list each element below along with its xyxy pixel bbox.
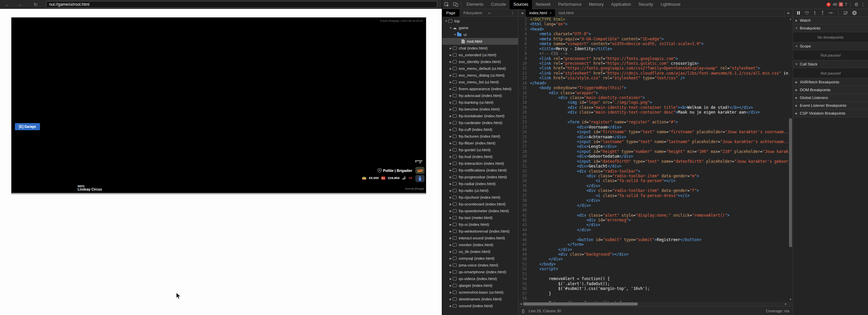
tab-elements[interactable]: Elements <box>463 0 487 9</box>
code-line[interactable]: 34 <i class="fa-solid fa-person"></i> <box>518 178 788 183</box>
chevron-right-icon[interactable]: ▶ <box>449 101 453 104</box>
scroll-left-icon[interactable]: ◄ <box>519 302 523 306</box>
line-number[interactable]: 26 <box>518 139 530 144</box>
tree-row[interactable]: ▶frp-facturen (index.html) <box>442 133 518 140</box>
editor-tab-index.html[interactable]: index.html× <box>526 9 555 17</box>
code-line[interactable]: 19 <div class="main-identity-text-contai… <box>518 105 788 110</box>
section-header-scope[interactable]: ▼Scope <box>793 42 868 50</box>
tree-row[interactable]: root.html <box>442 38 518 45</box>
line-number[interactable]: 19 <box>518 105 530 110</box>
code-line[interactable]: 24 <input id="firstname" type="text" nam… <box>518 130 788 134</box>
section-header-watch[interactable]: ▶Watch <box>793 17 868 24</box>
pause-icon[interactable] <box>796 11 801 15</box>
tree-row[interactable]: ▶chat (index.html) <box>442 45 518 52</box>
line-number[interactable]: 44 <box>518 228 530 232</box>
line-number[interactable]: 32 <box>518 169 530 174</box>
scroll-up-icon[interactable]: ▲ <box>788 17 793 20</box>
code-line[interactable]: 16 <div class="wrapper"> <box>518 91 788 95</box>
line-number[interactable]: 36 <box>518 188 530 193</box>
code-line[interactable]: 33 <div class="radio-toolbar-item" data-… <box>518 174 788 178</box>
hide-navigator-icon[interactable]: ◂ <box>518 11 526 15</box>
chevron-right-icon[interactable]: ▶ <box>449 284 453 287</box>
tree-row[interactable]: ▼☁game <box>442 24 518 31</box>
line-number[interactable]: 39 <box>518 203 530 208</box>
code-line[interactable]: 27 <div>Lengte</div> <box>518 144 788 149</box>
vertical-scrollbar[interactable]: ▲ ▼ <box>788 17 793 302</box>
line-number[interactable]: 14 <box>518 81 530 85</box>
code-line[interactable]: 1<!DOCTYPE html> <box>518 17 788 22</box>
error-count-icon[interactable]: × <box>826 2 831 7</box>
tree-row[interactable]: ▶frp-advocaat (index.html) <box>442 92 518 99</box>
code-line[interactable]: 47 </form> <box>518 242 788 247</box>
tree-row[interactable]: ▶esx_menu_list (ui.html) <box>442 79 518 85</box>
tree-row[interactable]: ▶frp-gordel (ui.html) <box>442 146 518 153</box>
chevron-right-icon[interactable]: ▶ <box>449 243 453 247</box>
tab-console[interactable]: Console <box>487 0 510 9</box>
section-header-dom-breakpoints[interactable]: ▶DOM Breakpoints <box>793 86 868 94</box>
code-line[interactable]: 2<html lang="en"> <box>518 22 788 26</box>
reload-button[interactable]: ↻ <box>33 1 39 7</box>
line-number[interactable]: 40 <box>518 208 530 213</box>
code-line[interactable]: 8 <!-- CSS --> <box>518 51 788 56</box>
code-line[interactable]: 21 <box>518 115 788 120</box>
code-line[interactable]: 3<head> <box>518 27 788 32</box>
code-line[interactable]: 42 <div id="errormsg"> <box>518 218 788 222</box>
line-number[interactable]: 48 <box>518 247 530 252</box>
tab-lighthouse[interactable]: Lighthouse <box>657 0 684 9</box>
code-line[interactable]: 53 <box>518 272 788 276</box>
more-navigator-tabs-icon[interactable]: » <box>486 11 492 15</box>
back-button[interactable]: ← <box>4 1 10 7</box>
code-line[interactable]: 11 <link href="https://fonts.googleapis.… <box>518 66 788 71</box>
line-number[interactable]: 21 <box>518 115 530 120</box>
chevron-right-icon[interactable]: ▶ <box>449 135 453 138</box>
line-number[interactable]: 50 <box>518 257 530 261</box>
code-line[interactable]: 54 removeAlert = function() { <box>518 276 788 281</box>
code-line[interactable]: 32 <div class="radio-toolbar"> <box>518 169 788 174</box>
chevron-right-icon[interactable]: ▶ <box>449 277 453 280</box>
chevron-down-icon[interactable]: ▼ <box>449 26 453 29</box>
code-line[interactable]: 40 <box>518 208 788 213</box>
line-number[interactable]: 37 <box>518 193 530 198</box>
tab-network[interactable]: Network <box>532 0 554 9</box>
line-number[interactable]: 51 <box>518 262 530 267</box>
chevron-right-icon[interactable]: ▶ <box>449 149 453 152</box>
code-line[interactable]: 38 </div> <box>518 198 788 203</box>
chevron-right-icon[interactable]: ▶ <box>449 196 453 199</box>
section-header-event-listener-breakpoints[interactable]: ▶Event Listener Breakpoints <box>793 102 868 110</box>
line-number[interactable]: 34 <box>518 178 530 183</box>
tree-row[interactable]: ▶frp-cardealer (index.html) <box>442 119 518 126</box>
tree-row[interactable]: ▶frp-rijschool (index.html) <box>442 194 518 201</box>
line-number[interactable]: 17 <box>518 95 530 100</box>
tree-row[interactable]: ▶oxmysql (index.html) <box>442 255 518 262</box>
chevron-right-icon[interactable]: ▶ <box>449 257 453 260</box>
code-line[interactable]: 12 <link rel="stylesheet" href="https://… <box>518 71 788 76</box>
line-number[interactable]: 12 <box>518 71 530 76</box>
section-header-global-listeners[interactable]: ▶Global Listeners <box>793 94 868 102</box>
line-number[interactable]: 49 <box>518 252 530 257</box>
tree-row[interactable]: ▶frp-speedometer (index.html) <box>442 208 518 214</box>
chevron-right-icon[interactable]: ▶ <box>449 230 453 233</box>
tree-row[interactable]: ▶frp-radio (ui.html) <box>442 187 518 194</box>
horizontal-scroll-thumb[interactable] <box>523 302 638 306</box>
code-line[interactable]: 41 <div class="alert" style="display:non… <box>518 213 788 218</box>
tree-row[interactable]: ▶frp-bootdealer (index.html) <box>442 113 518 119</box>
tab-security[interactable]: Security <box>635 0 657 9</box>
chevron-right-icon[interactable]: ▶ <box>449 128 453 131</box>
code-line[interactable]: 56 $('#submit').css('margin-top', '16vh'… <box>518 286 788 291</box>
code-line[interactable]: 9 <link rel="preconnect" href="https://f… <box>518 56 788 61</box>
chevron-right-icon[interactable]: ▶ <box>449 291 453 294</box>
line-number[interactable]: 23 <box>518 125 530 130</box>
tree-row[interactable]: ▶frp-cuff (index.html) <box>442 126 518 133</box>
inspect-element-icon[interactable] <box>442 0 451 9</box>
line-number[interactable]: 42 <box>518 218 530 222</box>
code-line[interactable]: 15 <body onkeydown="TriggeredKey(this)"> <box>518 85 788 90</box>
navigator-menu-dots-icon[interactable]: ⋮ <box>507 10 518 15</box>
code-line[interactable]: 29 <div>Geboortedatum</div> <box>518 154 788 159</box>
code-line[interactable]: 25 <div>Achternaam</div> <box>518 135 788 139</box>
code-line[interactable]: 28 <input id="height" type="number" name… <box>518 149 788 154</box>
tree-row[interactable]: ▶fivem-appearance (index.html) <box>442 85 518 92</box>
code-line[interactable]: 23 <div>Voornaam</div> <box>518 125 788 130</box>
pretty-print-icon[interactable]: {} <box>518 309 529 313</box>
chevron-right-icon[interactable]: ▶ <box>449 271 453 274</box>
url-input[interactable]: nui://game/ui/root.html <box>46 1 437 8</box>
